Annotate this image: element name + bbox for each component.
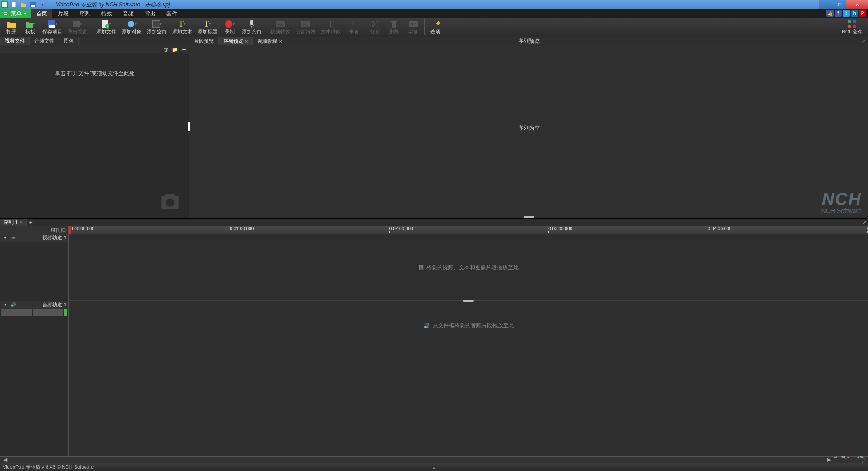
save-project-button[interactable]: ▾保存项目 (40, 18, 65, 37)
svg-rect-21 (392, 22, 396, 28)
audio-fx-button[interactable]: FX音频特效 (293, 18, 318, 37)
bin-tab-1[interactable]: 音频文件 (30, 37, 59, 45)
close-icon[interactable]: × (279, 38, 282, 44)
sequence-tab[interactable]: 序列 1× (0, 219, 27, 226)
svg-text:FX: FX (278, 23, 283, 27)
track-visibility-icon[interactable]: ▭ (10, 235, 16, 241)
preview-tab-2[interactable]: 视频教程× (253, 37, 287, 45)
scroll-left-icon[interactable]: ◀ (2, 457, 8, 463)
menu-tab-5[interactable]: 导出 (139, 9, 161, 18)
track-resize-handle[interactable] (463, 300, 474, 302)
trash-icon (389, 19, 399, 29)
window-titlebar: ▼ VideoPad 专业版 by NCH Software - 未命名.vpj… (0, 0, 868, 9)
video-track-lane[interactable]: 🖼将您的视频、文本和图像片段拖放至此 (69, 234, 868, 301)
scroll-right-icon[interactable]: ▶ (826, 457, 832, 463)
add-sequence-button[interactable]: ＋ (27, 219, 35, 226)
subtitle-button[interactable]: SUB字幕 (404, 18, 423, 37)
svg-rect-14 (250, 20, 253, 25)
bin-empty-label: 单击"打开文件"或拖动文件至此处 (0, 70, 189, 77)
facebook-icon[interactable]: f (835, 10, 842, 17)
status-bar: VideoPad 专业版 v 8.46 © NCH Software ▲ (0, 463, 868, 471)
add-object-button[interactable]: ▾添加对象 (119, 18, 144, 37)
camera-watermark-icon (157, 188, 183, 213)
add-blank-button[interactable]: ▾添加空白 (144, 18, 170, 37)
export-video-button[interactable]: 导出视频 (65, 18, 90, 37)
add-narration-button[interactable]: 添加旁白 (239, 18, 264, 37)
preview-tab-0[interactable]: 片段预览 (189, 37, 219, 45)
menu-tab-0[interactable]: 首页 (31, 9, 52, 18)
hamburger-icon (4, 10, 9, 17)
bin-folder-icon[interactable]: 📁 (171, 45, 179, 53)
timeline-scrollbar[interactable]: ◀ ▶ ⇔ 🔍- ──●── 🔍+ (0, 456, 868, 463)
minimize-button[interactable]: ─ (819, 0, 833, 9)
app-icon (1, 1, 8, 8)
svg-rect-12 (152, 21, 160, 27)
trim-button[interactable]: 修剪 (366, 18, 385, 37)
like-icon[interactable]: 👍 (826, 10, 834, 17)
video-track-header[interactable]: ▾ ▭ 视频轨道 1 (0, 234, 68, 242)
close-icon[interactable]: × (245, 38, 248, 44)
menu-tab-1[interactable]: 片段 (52, 9, 74, 18)
timeline-ruler[interactable]: 0:00:00.0000:01:00.0000:02:00.0000:03:00… (69, 226, 868, 234)
svg-rect-4 (31, 5, 35, 7)
video-fx-button[interactable]: FX视频特效 (268, 18, 293, 37)
bin-tab-0[interactable]: 视频文件 (0, 37, 30, 45)
audio-track-lane[interactable]: 🔊从文件框将您的音频片段拖放至此 (69, 303, 868, 456)
resize-grip-icon[interactable]: ▲ (432, 465, 436, 470)
audio-track-header[interactable]: ▾ 🔊 音频轨道 1 (0, 301, 68, 309)
text-fx-button[interactable]: T文本特效 (318, 18, 344, 37)
ruler-tick: 0:01:00.000 (230, 226, 254, 231)
add-text-button[interactable]: T▾添加文本 (170, 18, 195, 37)
speaker-icon: 🔊 (423, 323, 430, 329)
transition-button[interactable]: 转场 (344, 18, 363, 37)
qat-save-icon[interactable] (29, 1, 37, 8)
nch-suite-button[interactable]: NCH套件 (838, 18, 866, 37)
bin-list-view-icon[interactable]: ☰ (180, 45, 188, 53)
svg-rect-22 (391, 21, 397, 22)
timeline-tracks[interactable]: 🖼将您的视频、文本和图像片段拖放至此 🔊从文件框将您的音频片段拖放至此 (69, 234, 868, 456)
open-button[interactable]: 打开 (2, 18, 21, 37)
maximize-button[interactable]: ☐ (833, 0, 846, 9)
menu-tab-2[interactable]: 序列 (74, 9, 96, 18)
template-button[interactable]: ▾模板 (21, 18, 40, 37)
pinterest-icon[interactable]: P (859, 10, 866, 17)
svg-rect-1 (2, 2, 7, 7)
linkedin-icon[interactable]: in (851, 10, 858, 17)
preview-viewport[interactable]: 序列为空 NCH NCH Software (189, 45, 868, 218)
menu-tab-3[interactable]: 特效 (96, 9, 118, 18)
qat-open-icon[interactable] (19, 1, 28, 8)
preview-resize-handle[interactable] (524, 216, 534, 218)
delete-button[interactable]: 删除 (385, 18, 404, 37)
svg-rect-7 (73, 21, 80, 27)
menu-tab-4[interactable]: 音频 (118, 9, 139, 18)
preview-popout-icon[interactable]: ⤢ (860, 38, 867, 44)
bin-delete-icon[interactable]: 🗑 (162, 45, 170, 53)
svg-text:SUB: SUB (410, 23, 417, 26)
qat-dropdown-icon[interactable]: ▼ (38, 1, 47, 8)
close-button[interactable]: ✕ (846, 0, 868, 9)
preview-cursor (188, 122, 190, 131)
chevron-down-icon[interactable]: ▾ (2, 302, 8, 308)
wrench-icon (430, 19, 440, 29)
qat-new-icon[interactable] (10, 1, 18, 8)
chevron-down-icon[interactable]: ▾ (2, 235, 8, 241)
quick-access: ▼ (10, 1, 47, 8)
svg-point-13 (225, 20, 232, 28)
twitter-icon[interactable]: t (843, 10, 850, 17)
menu-tab-6[interactable]: 套件 (161, 9, 183, 18)
preview-tab-1[interactable]: 序列预览× (219, 37, 253, 45)
media-bin-drop-area[interactable]: 单击"打开文件"或拖动文件至此处 (0, 53, 189, 218)
chevron-down-icon: ▼ (24, 12, 27, 16)
close-icon[interactable]: × (19, 219, 22, 225)
record-button[interactable]: ▾录制 (220, 18, 239, 37)
timeline-popout-icon[interactable]: ⤢ (861, 219, 868, 226)
options-button[interactable]: 选项 (426, 18, 445, 37)
main-menu-button[interactable]: 菜单 ▼ (0, 9, 31, 18)
add-file-button[interactable]: +▾添加文件 (94, 18, 119, 37)
bin-tab-2[interactable]: 图像 (59, 37, 79, 45)
main-menu-label: 菜单 (11, 10, 22, 18)
add-title-button[interactable]: T▾添加标题 (195, 18, 220, 37)
speaker-icon[interactable]: 🔊 (10, 302, 16, 308)
preview-empty-label: 序列为空 (518, 124, 540, 132)
audio-meter (0, 309, 68, 316)
